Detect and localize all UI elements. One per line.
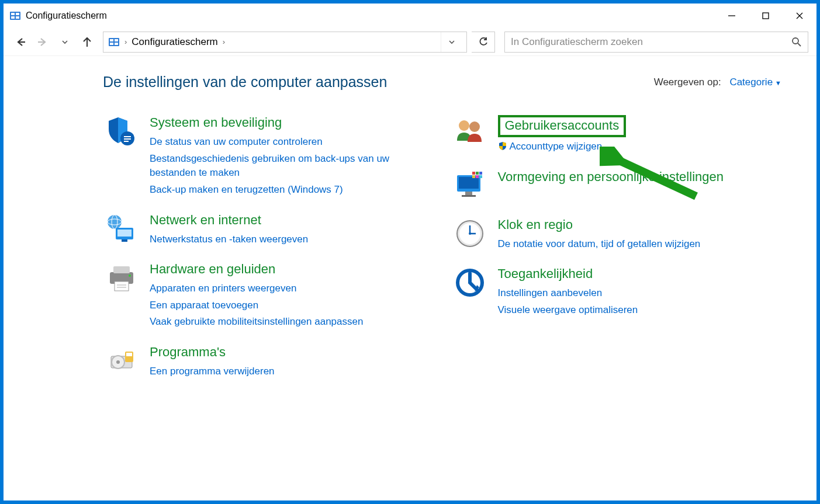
category-title[interactable]: Programma's [150, 345, 226, 360]
forward-button[interactable] [34, 33, 51, 51]
clock-icon [451, 217, 489, 250]
back-button[interactable] [12, 33, 29, 51]
network-icon [103, 213, 140, 245]
breadcrumb-item[interactable]: Configuratiescherm [132, 36, 217, 48]
category-link[interactable]: Netwerkstatus en -taken weergeven [150, 232, 434, 247]
svg-rect-50 [472, 175, 475, 178]
address-icon [108, 36, 120, 48]
svg-rect-47 [472, 172, 475, 175]
category-link[interactable]: Visuele weergave optimaliseren [498, 303, 782, 318]
svg-point-17 [793, 38, 798, 44]
svg-rect-1 [11, 13, 15, 15]
category-title[interactable]: Gebruikersaccounts [505, 118, 620, 133]
category-user-accounts: Gebruikersaccounts Accounttype wijzigen [451, 115, 782, 154]
chevron-right-icon[interactable]: › [124, 37, 127, 46]
category-title[interactable]: Netwerk en internet [150, 213, 261, 228]
navigation-bar: › Configuratiescherm › [4, 28, 816, 56]
svg-rect-44 [459, 177, 479, 189]
svg-rect-2 [16, 13, 19, 15]
page-title: De instellingen van de computer aanpasse… [103, 74, 387, 91]
view-by: Weergeven op: Categorie▼ [654, 77, 781, 88]
shield-icon [103, 115, 140, 148]
search-icon[interactable] [791, 37, 802, 47]
chevron-right-icon[interactable]: › [223, 37, 225, 46]
titlebar: Configuratiescherm [4, 4, 816, 28]
refresh-button[interactable] [472, 32, 495, 53]
svg-rect-4 [16, 16, 19, 19]
monitor-icon [451, 169, 489, 202]
window-title: Configuratiescherm [26, 11, 107, 21]
programs-icon [103, 345, 140, 377]
svg-rect-30 [113, 266, 130, 273]
svg-rect-6 [763, 13, 769, 19]
svg-point-34 [129, 274, 131, 277]
svg-point-42 [469, 121, 480, 132]
control-panel-window: Configuratiescherm [4, 4, 816, 500]
view-by-label: Weergeven op: [654, 77, 721, 88]
category-link[interactable]: Vaak gebruikte mobiliteitsinstellingen a… [150, 315, 434, 329]
svg-rect-52 [479, 175, 482, 178]
accessibility-icon [451, 266, 489, 299]
svg-rect-31 [115, 281, 129, 291]
category-hardware: Hardware en geluiden Apparaten en printe… [103, 262, 434, 329]
maximize-button[interactable] [749, 4, 783, 28]
uac-shield-icon [498, 141, 507, 151]
highlight-annotation: Gebruikersaccounts [498, 115, 627, 137]
svg-point-57 [469, 232, 471, 235]
category-title[interactable]: Hardware en geluiden [150, 262, 275, 277]
svg-rect-48 [476, 172, 479, 175]
svg-rect-49 [479, 172, 482, 175]
category-clock-region: Klok en regio De notatie voor datum, tij… [451, 217, 782, 252]
close-button[interactable] [783, 4, 816, 28]
svg-rect-22 [124, 141, 129, 142]
category-appearance: Vormgeving en persoonlijke instellingen [451, 169, 782, 202]
category-link[interactable]: Een programma verwijderen [150, 364, 434, 379]
category-title[interactable]: Klok en regio [498, 217, 573, 232]
svg-rect-40 [126, 353, 132, 356]
svg-rect-14 [115, 39, 118, 41]
up-button[interactable] [78, 33, 96, 51]
address-dropdown-button[interactable] [441, 32, 462, 52]
svg-point-41 [459, 120, 469, 131]
category-title[interactable]: Systeem en beveiliging [150, 115, 282, 130]
category-link[interactable]: De notatie voor datum, tijd of getallen … [498, 237, 782, 252]
content-area: De instellingen van de computer aanpasse… [4, 56, 816, 500]
svg-rect-45 [465, 192, 472, 195]
svg-line-18 [798, 43, 801, 46]
minimize-button[interactable] [715, 4, 749, 28]
svg-rect-21 [124, 138, 131, 140]
svg-rect-3 [11, 16, 15, 19]
view-by-dropdown[interactable]: Categorie▼ [729, 77, 781, 88]
category-link[interactable]: Een apparaat toevoegen [150, 298, 434, 313]
right-column: Gebruikersaccounts Accounttype wijzigen [451, 115, 782, 394]
content-header: De instellingen van de computer aanpasse… [103, 74, 781, 91]
svg-point-38 [116, 360, 120, 364]
category-link[interactable]: Back-up maken en terugzetten (Windows 7) [150, 183, 434, 197]
category-network: Netwerk en internet Netwerkstatus en -ta… [103, 213, 434, 247]
category-link[interactable]: Instellingen aanbevelen [498, 286, 782, 301]
category-title[interactable]: Toegankelijkheid [498, 266, 593, 281]
category-columns: Systeem en beveiliging De status van uw … [103, 115, 781, 394]
category-link[interactable]: De status van uw computer controleren [150, 135, 434, 150]
svg-rect-27 [117, 230, 132, 237]
svg-rect-15 [110, 43, 113, 45]
category-programs: Programma's Een programma verwijderen [103, 345, 434, 379]
app-icon [9, 10, 21, 22]
window-controls [715, 4, 816, 28]
svg-rect-16 [115, 43, 118, 45]
search-input[interactable] [511, 36, 791, 48]
category-link[interactable]: Bestandsgeschiedenis gebruiken om back-u… [150, 152, 434, 180]
svg-point-23 [108, 215, 122, 229]
search-box[interactable] [504, 32, 808, 53]
category-accessibility: Toegankelijkheid Instellingen aanbevelen… [451, 266, 782, 317]
svg-rect-46 [462, 195, 476, 197]
category-link[interactable]: Accounttype wijzigen [498, 140, 782, 154]
printer-icon [103, 262, 140, 294]
recent-locations-button[interactable] [56, 33, 74, 51]
svg-rect-28 [122, 239, 127, 242]
svg-rect-13 [110, 39, 113, 41]
left-column: Systeem en beveiliging De status van uw … [103, 115, 434, 394]
category-link[interactable]: Apparaten en printers weergeven [150, 281, 434, 296]
address-bar[interactable]: › Configuratiescherm › [103, 32, 467, 53]
category-title[interactable]: Vormgeving en persoonlijke instellingen [498, 169, 724, 185]
